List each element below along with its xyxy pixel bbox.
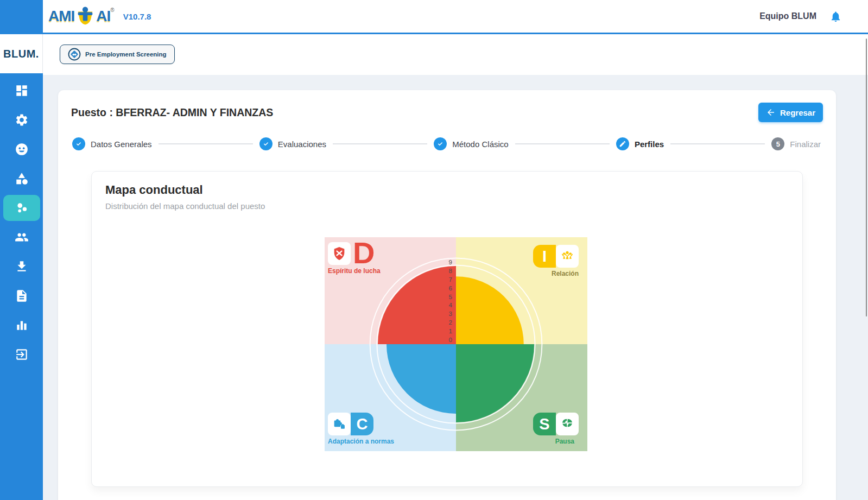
notifications-button[interactable]: [829, 10, 842, 23]
quadrant-letter: I: [533, 245, 556, 268]
back-button-label: Regresar: [780, 108, 815, 117]
brain-pulse-icon: [556, 413, 579, 435]
quadrant-c-badge: C Adaptación a normas: [328, 413, 394, 445]
back-button[interactable]: Regresar: [758, 103, 823, 122]
svg-text:0: 0: [449, 337, 452, 343]
quadrant-s-badge: S Pausa: [533, 413, 579, 445]
sidebar-nav: [0, 76, 43, 369]
chart-subtitle: Distribución del mapa conductual del pue…: [105, 201, 265, 211]
sidebar-item-document[interactable]: [3, 283, 40, 309]
amitai-emblem-icon: [75, 6, 96, 27]
brand-text: BLUM.: [3, 48, 39, 60]
sidebar: BLUM.: [0, 0, 43, 500]
step-label: Evaluaciones: [278, 140, 326, 149]
bell-icon: [829, 10, 842, 23]
quadrant-label: Pausa: [533, 438, 579, 445]
quadrant-letter: S: [533, 413, 556, 435]
logo-text-right: AI: [96, 5, 110, 27]
disc-quadrant-chart: 9876543210 D Espíritu de lucha: [325, 237, 587, 451]
svg-text:2: 2: [449, 319, 452, 326]
quadrant-label: Relación: [533, 270, 579, 277]
main-content: Puesto : BFERRAZ- ADMIN Y FINANZAS Regre…: [43, 75, 868, 500]
handshake-badge-icon: [68, 48, 81, 61]
svg-text:7: 7: [449, 276, 452, 283]
top-header: AMI AI ® V10.7.8 Equipo BLUM: [43, 0, 868, 34]
pre-employment-screening-button[interactable]: Pre Employment Screening: [60, 45, 175, 64]
people-group-icon: [15, 230, 29, 244]
quadrant-label: Adaptación a normas: [328, 438, 394, 445]
edit-pencil-icon: [616, 137, 629, 150]
step-label: Perfiles: [635, 140, 664, 149]
chart-title: Mapa conductual: [105, 183, 203, 197]
amitai-logo: AMI AI ®: [48, 5, 115, 27]
sidebar-item-logout[interactable]: [3, 341, 40, 368]
svg-text:5: 5: [449, 294, 452, 300]
dashboard-icon: [15, 84, 29, 98]
svg-text:4: 4: [449, 302, 453, 308]
shield-swords-icon: [328, 242, 351, 265]
app-version: V10.7.8: [123, 12, 151, 21]
sidebar-item-reports[interactable]: [3, 312, 40, 338]
stepper-connector: [159, 143, 253, 144]
sidebar-brand: BLUM.: [0, 34, 43, 73]
download-icon: [15, 260, 29, 274]
check-circle-icon: [434, 137, 447, 150]
people-celebrating-icon: [556, 245, 579, 268]
arrow-left-icon: [766, 107, 776, 117]
step-label: Datos Generales: [91, 140, 152, 149]
sidebar-item-dashboard[interactable]: [3, 78, 40, 104]
quadrant-letter: D: [353, 241, 375, 265]
svg-text:3: 3: [449, 311, 452, 317]
step-label: Método Clásico: [452, 140, 508, 149]
quadrant-i-badge: I Relación: [533, 245, 579, 277]
scrollbar-thumb[interactable]: [866, 39, 867, 317]
step-evaluaciones[interactable]: Evaluaciones: [259, 137, 326, 150]
header-right: Equipo BLUM: [759, 10, 868, 23]
sidebar-item-people[interactable]: [3, 224, 40, 250]
quadrant-letter: C: [351, 413, 373, 435]
puesto-card: Puesto : BFERRAZ- ADMIN Y FINANZAS Regre…: [58, 90, 836, 500]
stepper-connector: [670, 143, 765, 144]
quadrant-d-badge: D Espíritu de lucha: [328, 241, 381, 275]
wizard-stepper: Datos Generales Evaluaciones Método Clás…: [72, 137, 821, 151]
svg-text:1: 1: [449, 328, 452, 334]
mapa-conductual-card: Mapa conductual Distribución del mapa co…: [91, 171, 803, 487]
puzzle-icon: [328, 413, 351, 435]
logo-text-left: AMI: [48, 5, 74, 27]
logout-icon: [15, 347, 29, 362]
sidebar-item-shapes[interactable]: [3, 166, 40, 192]
sidebar-item-download[interactable]: [3, 254, 40, 280]
sidebar-item-face[interactable]: [3, 136, 40, 162]
svg-text:8: 8: [449, 268, 452, 274]
document-icon: [15, 289, 29, 303]
stepper-connector: [515, 143, 610, 144]
check-circle-icon: [259, 137, 273, 150]
toolbar-band: Pre Employment Screening: [43, 34, 868, 75]
step-label: Finalizar: [790, 140, 821, 149]
svg-text:6: 6: [449, 285, 452, 292]
step-finalizar[interactable]: 5 Finalizar: [771, 137, 821, 150]
page-scrollbar[interactable]: [864, 34, 868, 500]
scatter-plot-icon: [15, 201, 29, 215]
team-label: Equipo BLUM: [759, 11, 816, 21]
shapes-category-icon: [15, 172, 29, 186]
svg-text:9: 9: [449, 259, 452, 265]
bar-chart-icon: [15, 318, 29, 332]
step-perfiles[interactable]: Perfiles: [616, 137, 664, 150]
settings-gear-icon: [15, 113, 29, 127]
pre-employment-screening-label: Pre Employment Screening: [85, 51, 167, 58]
page-title: Puesto : BFERRAZ- ADMIN Y FINANZAS: [71, 106, 273, 119]
face-icon: [15, 142, 29, 156]
sidebar-item-settings[interactable]: [3, 107, 40, 133]
step-number-circle: 5: [771, 137, 784, 150]
check-circle-icon: [72, 137, 85, 150]
registered-mark: ®: [110, 7, 114, 13]
step-datos-generales[interactable]: Datos Generales: [72, 137, 152, 150]
sidebar-item-scatter-active[interactable]: [3, 195, 40, 221]
step-metodo-clasico[interactable]: Método Clásico: [434, 137, 508, 150]
quadrant-label: Espíritu de lucha: [328, 267, 381, 275]
stepper-connector: [333, 143, 427, 144]
